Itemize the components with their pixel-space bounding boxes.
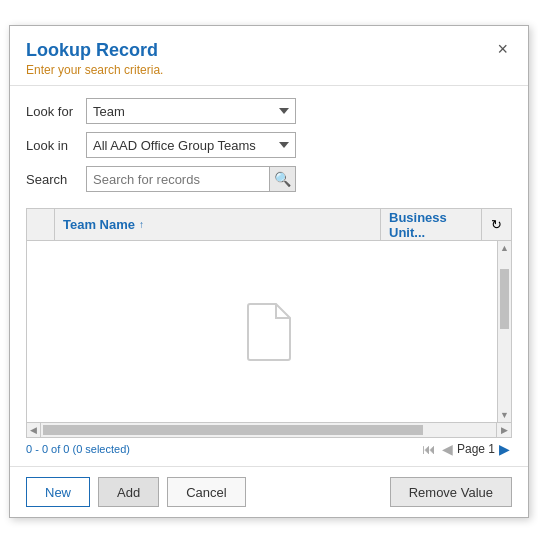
search-row: Search 🔍 [26, 166, 512, 192]
dialog-footer: New Add Cancel Remove Value [10, 466, 528, 517]
grid-hscroll-row: ◀ ▶ [27, 422, 511, 437]
results-grid: Team Name ↑ Business Unit... ↻ ▲ [26, 208, 512, 438]
vertical-scrollbar[interactable]: ▲ ▼ [497, 241, 511, 422]
look-for-label: Look for [26, 104, 86, 119]
empty-state-icon [244, 302, 294, 362]
refresh-icon: ↻ [491, 217, 502, 232]
page-label: Page 1 [457, 442, 495, 456]
search-button[interactable]: 🔍 [269, 167, 295, 191]
col-refresh[interactable]: ↻ [481, 209, 511, 240]
first-page-button[interactable]: ⏮ [420, 442, 438, 456]
prev-page-button[interactable]: ◀ [440, 442, 455, 456]
scrollbar-thumb [500, 269, 509, 329]
record-count: 0 - 0 of 0 (0 selected) [26, 443, 130, 455]
remove-value-button[interactable]: Remove Value [390, 477, 512, 507]
pagination: ⏮ ◀ Page 1 ▶ [420, 442, 512, 456]
look-for-select[interactable]: Team [86, 98, 296, 124]
look-for-row: Look for Team [26, 98, 512, 124]
col-business-unit[interactable]: Business Unit... [381, 209, 481, 240]
col-team-name[interactable]: Team Name ↑ [55, 209, 381, 240]
hscroll-left[interactable]: ◀ [27, 423, 41, 437]
col-checkbox [27, 209, 55, 240]
dialog-header: Lookup Record Enter your search criteria… [10, 26, 528, 87]
horizontal-scrollbar[interactable] [41, 423, 497, 437]
close-button[interactable]: × [493, 40, 512, 58]
search-input[interactable] [87, 167, 269, 191]
dialog-title: Lookup Record [26, 40, 163, 62]
grid-header: Team Name ↑ Business Unit... ↻ [27, 209, 511, 241]
cancel-button[interactable]: Cancel [167, 477, 245, 507]
search-label: Search [26, 172, 86, 187]
col-team-name-label: Team Name [63, 217, 135, 232]
look-in-row: Look in All AAD Office Group Teams [26, 132, 512, 158]
hscroll-right[interactable]: ▶ [497, 423, 511, 437]
form-area: Look for Team Look in All AAD Office Gro… [10, 86, 528, 208]
next-page-button[interactable]: ▶ [497, 442, 512, 456]
hscroll-thumb [43, 425, 423, 435]
search-wrapper: 🔍 [86, 166, 296, 192]
sort-arrow-icon: ↑ [139, 219, 144, 230]
look-for-control: Team [86, 98, 512, 124]
lookup-dialog: Lookup Record Enter your search criteria… [9, 25, 529, 519]
look-in-select[interactable]: All AAD Office Group Teams [86, 132, 296, 158]
header-text: Lookup Record Enter your search criteria… [26, 40, 163, 78]
look-in-label: Look in [26, 138, 86, 153]
col-business-label: Business Unit... [389, 210, 473, 240]
new-button[interactable]: New [26, 477, 90, 507]
dialog-subtitle: Enter your search criteria. [26, 63, 163, 77]
search-control: 🔍 [86, 166, 512, 192]
grid-body: ▲ ▼ [27, 241, 511, 422]
record-info-row: 0 - 0 of 0 (0 selected) ⏮ ◀ Page 1 ▶ [10, 438, 528, 460]
add-button[interactable]: Add [98, 477, 159, 507]
look-in-control: All AAD Office Group Teams [86, 132, 512, 158]
